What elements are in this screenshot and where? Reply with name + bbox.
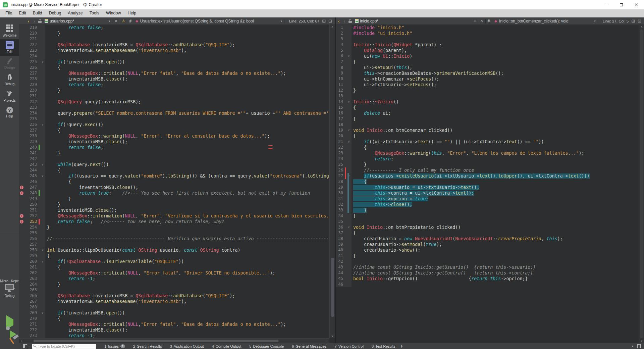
scroll-up-icon[interactable]: ∧ <box>639 25 644 29</box>
output-pane-test-results[interactable]: 8Test Results <box>372 344 395 348</box>
code-line: 238 QMessageBox::warning(NULL, "Error", … <box>19 133 329 139</box>
expand-icon[interactable]: ▲ <box>631 345 634 348</box>
output-pane-arrows-icon[interactable]: ▲▼ <box>400 345 403 348</box>
code-area-right[interactable]: 1#include "inicio.h"2#include "ui_inicio… <box>336 25 639 343</box>
split-editor-icon[interactable]: ⊞ <box>322 18 326 23</box>
output-pane-version-control[interactable]: 7Version Control <box>335 344 364 348</box>
search-icon <box>33 345 37 348</box>
tab-filename: usuarios.cpp* <box>50 19 74 23</box>
code-line: 3 <box>336 36 639 42</box>
menu-item-analyze[interactable]: Analyze <box>64 9 86 17</box>
sidebar-item-help[interactable]: ? Help <box>0 105 19 121</box>
output-pane-compile-output[interactable]: 4Compile Output <box>212 344 241 348</box>
open-in-window-icon[interactable]: ⊡ <box>638 18 641 23</box>
forward-icon[interactable]: › <box>34 18 35 24</box>
line-number: 1 <box>336 25 345 31</box>
code-line: 241 } <box>19 150 329 156</box>
pin-symbol-icon[interactable]: # <box>488 19 490 23</box>
warning-icon[interactable]: ⚠ <box>122 19 125 23</box>
fold-arrow-icon[interactable]: ∨ <box>346 139 352 145</box>
menu-item-file[interactable]: File <box>2 9 15 17</box>
code-line: 22 { <box>336 145 639 150</box>
sidebar-item-debug[interactable]: Debug <box>0 72 19 89</box>
code-line: 227 QMessageBox::critical(NULL,"Error fa… <box>19 70 329 76</box>
code-area-left[interactable]: 219 return false;220 }221222 QSqlDatabas… <box>19 25 329 338</box>
menu-item-tools[interactable]: Tools <box>86 9 103 17</box>
line-number: 246 <box>24 179 39 185</box>
pin-symbol-icon[interactable]: # <box>129 19 131 23</box>
output-pane-search-results[interactable]: 2Search Results <box>133 344 162 348</box>
scrollbar-thumb[interactable] <box>331 258 334 317</box>
fold-arrow-icon[interactable]: ∨ <box>40 59 45 65</box>
run-button[interactable] <box>6 319 13 326</box>
line-number: 263 <box>24 276 39 282</box>
horizontal-scrollbar-left[interactable]: ‹ › <box>19 338 329 343</box>
code-line: 256//-----------------------------------… <box>19 236 329 242</box>
fold-arrow-icon[interactable]: ∨ <box>346 53 352 59</box>
close-button[interactable] <box>629 0 644 9</box>
scroll-down-icon[interactable]: ∨ <box>330 334 335 338</box>
kit-selector[interactable]: Micro...Keper ▸ Debug <box>0 279 19 298</box>
menu-item-help[interactable]: Help <box>124 9 140 17</box>
fold-arrow-icon[interactable]: ∨ <box>346 99 352 105</box>
menu-item-edit[interactable]: Edit <box>15 9 30 17</box>
fold-arrow-icon[interactable]: ∨ <box>346 128 352 133</box>
right-sidebar-toggle-icon[interactable] <box>637 344 641 348</box>
scrollbar-thumb[interactable] <box>34 340 278 342</box>
scroll-down-icon[interactable]: ∨ <box>639 339 644 343</box>
output-pane-application-output[interactable]: 3Application Output <box>170 344 204 348</box>
output-pane-debugger-console[interactable]: 5Debugger Console <box>249 344 284 348</box>
fold-arrow-icon[interactable]: ∨ <box>40 259 45 264</box>
output-pane-issues[interactable]: 1Issues2 <box>104 344 125 348</box>
vertical-scrollbar-left[interactable]: ∧ ∨ <box>329 25 335 338</box>
fold-arrow-icon[interactable]: ∨ <box>346 225 352 230</box>
menu-item-window[interactable]: Window <box>103 9 124 17</box>
scrollbar-thumb[interactable] <box>640 30 643 338</box>
minimize-button[interactable] <box>599 0 614 9</box>
back-icon[interactable]: ‹ <box>28 18 30 24</box>
code-line: 267 inventarioMSB.setDatabaseName("inven… <box>19 299 329 304</box>
sidebar-item-welcome[interactable]: Welcome <box>0 23 19 39</box>
breakpoint-icon[interactable] <box>20 186 23 189</box>
vertical-scrollbar-right[interactable]: ∧ ∨ <box>639 25 644 343</box>
method-diamond-icon: ◆ <box>494 19 497 23</box>
breakpoint-icon[interactable] <box>20 191 23 195</box>
sidebar-item-edit[interactable]: Edit <box>0 39 19 56</box>
scroll-right-icon[interactable]: › <box>325 339 329 343</box>
code-line: 34} <box>336 213 639 219</box>
locator-search[interactable] <box>32 344 96 349</box>
maximize-button[interactable] <box>614 0 629 9</box>
sidebar-item-projects[interactable]: Projects <box>0 89 19 105</box>
document-dropdown[interactable]: inicio.cpp* ▾ <box>360 19 476 23</box>
code-line: 249 } <box>19 196 329 202</box>
breakpoint-icon[interactable] <box>20 220 23 223</box>
symbol-dropdown[interactable]: Inicio::on_btnComenzar_clicked(): void ▾ <box>499 19 596 23</box>
breakpoint-icon[interactable] <box>20 214 23 218</box>
symbol-dropdown[interactable]: Usuarios::existeUsuario(const QString &,… <box>140 19 282 23</box>
fold-arrow-icon[interactable]: ∨ <box>40 162 45 167</box>
bug-icon <box>6 74 13 81</box>
fold-arrow-icon[interactable]: ∨ <box>40 247 45 253</box>
scroll-left-icon[interactable]: ‹ <box>19 339 24 343</box>
line-number: 32 <box>336 202 345 207</box>
code-line: 244 { <box>19 167 329 173</box>
split-editor-icon[interactable]: ⊞ <box>631 18 635 23</box>
sidebar-toggle-icon[interactable] <box>23 344 27 348</box>
document-dropdown[interactable]: usuarios.cpp* ▾ <box>50 19 110 23</box>
back-icon[interactable]: ‹ <box>338 18 340 24</box>
close-document-icon[interactable]: ✕ <box>114 19 117 23</box>
kit-project-label: Micro...Keper <box>0 279 19 283</box>
fold-arrow-icon[interactable]: ∨ <box>40 310 45 316</box>
code-line: 243∨ while(query.next()) <box>19 162 329 167</box>
menu-item-build[interactable]: Build <box>30 9 46 17</box>
search-input[interactable] <box>38 344 92 348</box>
fold-arrow-icon[interactable]: ∨ <box>40 122 45 128</box>
scroll-up-icon[interactable]: ∧ <box>330 25 335 29</box>
fold-arrow-icon[interactable]: ∨ <box>40 173 45 179</box>
line-number: 272 <box>24 327 39 333</box>
menu-item-debug[interactable]: Debug <box>46 9 65 17</box>
open-in-window-icon[interactable]: ⊡ <box>328 18 332 23</box>
forward-icon[interactable]: › <box>344 18 345 24</box>
close-document-icon[interactable]: ✕ <box>480 19 483 23</box>
output-pane-general-messages[interactable]: 6General Messages <box>292 344 326 348</box>
